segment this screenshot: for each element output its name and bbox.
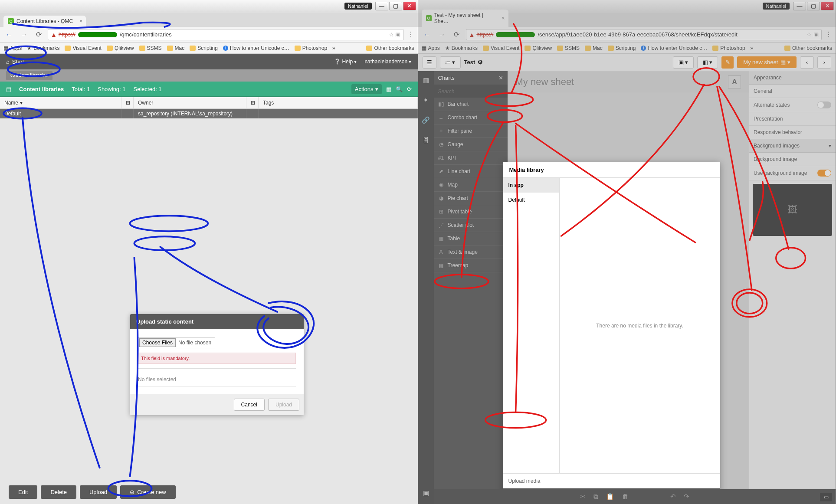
nav-back-icon[interactable]: ←: [422, 29, 433, 40]
nav-back-icon[interactable]: ←: [3, 29, 15, 40]
upload-confirm-button[interactable]: Upload: [268, 399, 299, 411]
bm-bookmarks[interactable]: ★ Bookmarks: [445, 45, 478, 51]
bm-ssms[interactable]: SSMS: [139, 45, 162, 51]
chart-item-map[interactable]: ◉Map: [434, 178, 508, 192]
bm-apps[interactable]: ▦ Apps: [3, 45, 22, 51]
chart-item-scatter-plot[interactable]: ⋰Scatter plot: [434, 219, 508, 232]
bookmark-button[interactable]: ◧ ▾: [697, 56, 718, 69]
tab-close-icon[interactable]: ×: [502, 15, 505, 21]
nav-forward-icon[interactable]: →: [436, 29, 448, 40]
browser-menu-icons[interactable]: ⋮: [407, 30, 414, 39]
view-menu[interactable]: ≔ ▾: [440, 56, 461, 69]
rp-general[interactable]: General: [749, 85, 836, 98]
win-close-button[interactable]: ✕: [403, 2, 416, 10]
file-input[interactable]: Choose Files No file chosen: [138, 337, 215, 348]
app-title[interactable]: Test ⚙: [464, 59, 483, 65]
paste-icon[interactable]: 📋: [606, 493, 614, 501]
columns-icon[interactable]: ▦: [386, 86, 391, 92]
search-icon[interactable]: 🔍: [396, 86, 403, 92]
bm-qlikview[interactable]: Qlikview: [525, 45, 552, 51]
chart-item-table[interactable]: ▦Table: [434, 232, 508, 245]
cancel-button[interactable]: Cancel: [234, 399, 265, 411]
crumb-content-libraries[interactable]: Content libraries: [6, 71, 52, 80]
edit-button[interactable]: Edit: [9, 485, 37, 499]
delete-button[interactable]: Delete: [41, 485, 76, 499]
tab-close-icon[interactable]: ×: [79, 18, 82, 24]
bm-bookmarks[interactable]: ★ Bookmarks: [27, 45, 59, 51]
undo-icon[interactable]: ↶: [670, 493, 676, 501]
bm-other[interactable]: Other bookmarks: [784, 45, 832, 51]
url-input[interactable]: ▲ https:// /qmc/contentlibraries ☆ ▣: [48, 29, 404, 40]
chart-item-treemap[interactable]: ▩Treemap: [434, 259, 508, 272]
bm-other[interactable]: Other bookmarks: [366, 45, 414, 51]
rp-alt-states[interactable]: Alternate states: [749, 98, 836, 112]
bm-overflow[interactable]: »: [332, 45, 335, 51]
appearance-header[interactable]: Appearance: [749, 71, 836, 85]
bm-overflow[interactable]: »: [751, 45, 754, 51]
rp-presentation[interactable]: Presentation: [749, 112, 836, 126]
chart-item-combo-chart[interactable]: ⫠Combo chart: [434, 111, 508, 124]
prev-sheet-button[interactable]: ‹: [800, 56, 814, 69]
next-sheet-button[interactable]: ›: [817, 56, 831, 69]
image-preview[interactable]: 🖼: [753, 184, 832, 236]
chart-item-filter-pane[interactable]: ≡Filter pane: [434, 124, 508, 138]
panel-search[interactable]: [434, 85, 508, 98]
bm-visual-event[interactable]: Visual Event: [483, 45, 520, 51]
win-minimize-button[interactable]: —: [375, 2, 388, 10]
delete-icon[interactable]: 🗑: [622, 493, 629, 501]
upload-button[interactable]: Upload: [80, 485, 117, 499]
bm-ssms[interactable]: SSMS: [557, 45, 580, 51]
col-tags-header[interactable]: Tags: [259, 97, 418, 108]
minimap-toggle[interactable]: ▭: [820, 493, 832, 501]
chart-item-line-chart[interactable]: ⬈Line chart: [434, 165, 508, 178]
create-new-button[interactable]: ⊕ Create new: [120, 485, 175, 499]
url-input[interactable]: ▲ https:// /sense/app/91aee020-b1ee-49b9…: [466, 29, 822, 40]
win-close-button[interactable]: ✕: [821, 2, 834, 10]
win-minimize-button[interactable]: —: [793, 2, 806, 10]
bm-unicode[interactable]: iHow to enter Unicode c…: [223, 45, 289, 51]
rp-behavior[interactable]: Responsive behavior: [749, 126, 836, 139]
panel-close-icon[interactable]: ✕: [498, 75, 503, 81]
chart-item-pivot-table[interactable]: ⊞Pivot table: [434, 205, 508, 219]
nav-forward-icon[interactable]: →: [18, 29, 30, 40]
browser-menu-icons[interactable]: ⋮: [825, 30, 832, 39]
browser-tab-sense[interactable]: Test - My new sheet | She… ×: [422, 10, 508, 27]
rp-use-bg[interactable]: Use background image: [749, 166, 836, 180]
chart-item-gauge[interactable]: ◔Gauge: [434, 138, 508, 151]
chart-item-bar-chart[interactable]: ▮▯Bar chart: [434, 98, 508, 111]
bm-scripting[interactable]: Scripting: [608, 45, 636, 51]
user-menu[interactable]: nathanielanderson ▾: [364, 59, 411, 65]
start-button[interactable]: ⌂ Start: [6, 59, 24, 65]
actions-dropdown[interactable]: Actions ▾: [351, 84, 382, 94]
custom-objects-icon[interactable]: ✦: [418, 94, 434, 107]
bm-photoshop[interactable]: Photoshop: [295, 45, 327, 51]
sheet-title[interactable]: My new sheet: [515, 76, 574, 88]
expand-icon[interactable]: ▣: [418, 487, 434, 500]
bm-unicode[interactable]: iHow to enter Unicode c…: [641, 45, 707, 51]
fields-icon[interactable]: 🗄: [418, 134, 434, 147]
help-button[interactable]: ❔ Help ▾: [334, 59, 357, 65]
bm-apps[interactable]: ▦ Apps: [422, 45, 440, 51]
nav-reload-icon[interactable]: ⟳: [451, 29, 462, 40]
col-owner-header[interactable]: Owner: [134, 97, 246, 108]
font-size-button[interactable]: A: [728, 75, 741, 88]
chart-item-kpi[interactable]: #1KPI: [434, 151, 508, 165]
bm-qlikview[interactable]: Qlikview: [107, 45, 134, 51]
master-items-icon[interactable]: 🔗: [418, 114, 434, 127]
chart-item-pie-chart[interactable]: ◕Pie chart: [434, 192, 508, 205]
refresh-icon[interactable]: ⟳: [407, 86, 412, 92]
bm-mac[interactable]: Mac: [585, 45, 603, 51]
col-picker-2[interactable]: ⊞: [246, 97, 259, 108]
chart-item-text-image[interactable]: AText & image: [434, 245, 508, 259]
choose-files-button[interactable]: Choose Files: [139, 338, 176, 347]
upload-media-button[interactable]: Upload media: [503, 473, 720, 488]
cut-icon[interactable]: ✂: [580, 493, 586, 501]
redo-icon[interactable]: ↷: [684, 493, 689, 501]
search-input[interactable]: [438, 88, 503, 95]
col-picker-1[interactable]: ⊞: [121, 97, 134, 108]
win-maximize-button[interactable]: ▢: [389, 2, 402, 10]
insight-button[interactable]: ▣ ▾: [673, 56, 694, 69]
media-default[interactable]: Default: [503, 193, 559, 207]
media-in-app[interactable]: In app: [503, 178, 559, 193]
charts-tab-icon[interactable]: ▥: [418, 74, 434, 87]
